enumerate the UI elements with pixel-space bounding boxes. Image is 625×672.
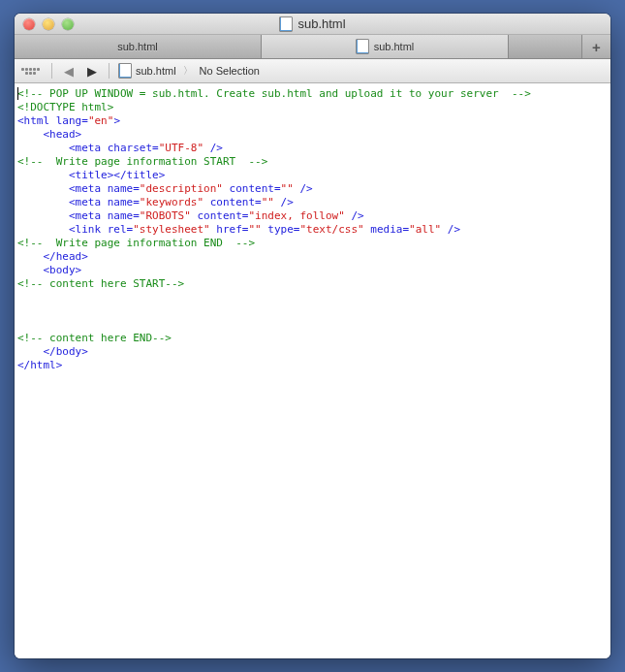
code-tag: <meta [69,142,101,154]
divider [109,63,109,79]
code-attr: type= [262,223,300,236]
code-tag: <meta [69,196,101,208]
window-title: sub.html [15,16,610,32]
window-title-text: sub.html [297,16,345,31]
tab-inactive[interactable]: sub.html [15,35,262,58]
code-attr: content= [191,209,249,222]
file-icon [118,63,132,79]
code-attr: charset= [101,142,159,154]
code-indent [17,345,44,358]
code-tag: <html [17,114,49,127]
code-attr: href= [210,223,249,236]
titlebar[interactable]: sub.html [15,14,610,35]
editor-window: sub.html sub.html sub.html + ◀ ▶ sub.htm… [15,14,610,658]
file-icon [279,16,293,32]
code-punct: /> [294,182,313,195]
tab-label: sub.html [374,41,415,52]
code-tag: </head> [44,250,88,263]
code-val: "all" [409,223,441,236]
code-tag: <body> [44,264,82,276]
code-indent [17,182,69,195]
code-val: "" [262,196,274,208]
code-indent [17,250,44,263]
code-punct: /> [203,142,223,154]
code-comment: <!-- content here START--> [17,277,184,290]
code-indent [17,142,69,154]
add-tab-button[interactable]: + [581,35,610,58]
code-comment: <!-- Write page information END --> [17,237,255,249]
code-tag: </body> [44,345,88,358]
text-cursor [17,87,18,100]
file-icon [356,39,369,54]
grip-icon[interactable] [20,63,40,79]
chevron-right-icon: 〉 [183,64,193,78]
forward-button[interactable]: ▶ [81,62,103,80]
code-editor[interactable]: <!-- POP UP WINDOW = sub.html. Create su… [15,83,610,658]
code-tag: </html> [17,359,62,371]
chevron-right-icon: ▶ [87,64,97,79]
code-attr: rel= [101,223,133,236]
code-punct: /> [441,223,460,236]
zoom-icon[interactable] [62,18,74,30]
code-val: "stylesheet" [133,223,209,236]
code-attr: name= [101,196,140,208]
window-controls [15,18,74,30]
code-attr: name= [101,209,140,222]
code-punct: /> [345,209,364,222]
code-indent [17,264,44,276]
code-tag: <title></title> [69,169,165,181]
code-val: "" [248,223,261,236]
path-segment-selection[interactable]: No Selection [197,65,263,77]
path-bar: ◀ ▶ sub.html 〉 No Selection [15,59,610,83]
code-tag: <meta [69,182,101,195]
code-attr: content= [223,182,281,195]
plus-icon: + [592,39,601,55]
minimize-icon[interactable] [43,18,54,30]
code-val: "ROBOTS" [140,209,191,222]
code-comment: <!-- content here END--> [17,332,172,344]
code-attr: name= [101,182,140,195]
tab-active[interactable]: sub.html [262,35,509,58]
code-tag: <meta [69,209,101,222]
code-doctype: <!DOCTYPE html> [17,101,113,113]
path-file-label: sub.html [136,65,176,77]
path-segment-file[interactable]: sub.html [115,63,179,79]
code-tag: <link [69,223,101,236]
code-attr: lang= [49,114,88,127]
code-val: "" [281,182,294,195]
code-val: "text/css" [299,223,363,236]
code-comment: <!-- POP UP WINDOW = sub.html. Create su… [17,87,531,100]
tab-strip: sub.html sub.html + [15,35,610,59]
chevron-left-icon: ◀ [64,64,74,79]
code-indent [17,128,44,141]
code-punct: > [113,114,120,127]
code-val: "description" [140,182,223,195]
code-indent [17,196,69,208]
close-icon[interactable] [23,18,35,30]
code-punct: /> [274,196,294,208]
code-comment: <!-- Write page information START --> [17,155,267,168]
code-tag: <head> [44,128,82,141]
code-attr: content= [203,196,262,208]
code-val: "en" [88,114,114,127]
code-val: "keywords" [140,196,203,208]
code-indent [17,209,69,222]
tab-label: sub.html [117,41,158,52]
code-val: "index, follow" [248,209,344,222]
back-button[interactable]: ◀ [58,62,79,80]
code-val: "UTF-8" [159,142,203,154]
code-attr: media= [364,223,409,236]
code-indent [17,169,69,181]
divider [51,63,52,79]
code-indent [17,223,69,236]
path-selection-label: No Selection [200,65,260,77]
